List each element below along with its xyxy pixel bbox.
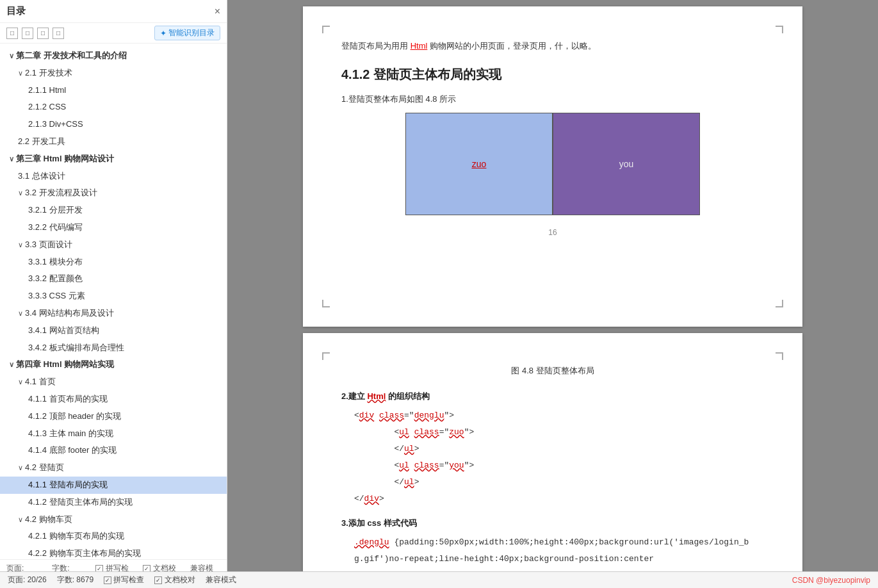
step1-text: 1.登陆页整体布局如图 4.8 所示 (341, 94, 764, 105)
css-block: .denglu {padding:50px0px;width:100%;heig… (354, 534, 764, 568)
code-line-4: <ul class="you"> (354, 457, 764, 474)
sidebar: 目录 × □ □ □ □ ✦ 智能识别目录 ∨第二章 开发技术和工具的介绍 ∨2… (0, 0, 227, 588)
doc-checkbox-icon: ✓ (154, 576, 162, 584)
sidebar-title: 目录 (6, 5, 26, 17)
toc-item-s332[interactable]: 3.3.2 配置颜色 (0, 270, 227, 288)
toc-item-s342[interactable]: 3.4.2 板式编排布局合理性 (0, 339, 227, 357)
step3-title: 3.添加 css 样式代码 (341, 515, 764, 532)
layout-right-label: you (619, 159, 634, 169)
toc-item-s212[interactable]: 2.1.2 CSS (0, 99, 227, 116)
toc-item-ch2[interactable]: ∨第二章 开发技术和工具的介绍 (0, 47, 227, 65)
figure-caption: 图 4.8 登陆页整体布局 (341, 365, 764, 377)
toolbar-up-icon[interactable]: □ (37, 28, 49, 39)
page-2: 图 4.8 登陆页整体布局 2.建立 Html 的组织结构 <div class… (303, 333, 802, 588)
expand-icon-s33: ∨ (18, 240, 23, 251)
html-link: Html (411, 41, 428, 51)
toc-item-s331[interactable]: 3.3.1 模块分布 (0, 254, 227, 271)
layout-left-box: zuo (406, 113, 552, 215)
toc-tree: ∨第二章 开发技术和工具的介绍 ∨2.1 开发技术 2.1.1 Html 2.1… (0, 44, 227, 559)
toc-item-s4c1[interactable]: 4.2.1 购物车页布局的实现 (0, 528, 227, 545)
corner-tl-p2 (322, 352, 330, 360)
status-spell-check[interactable]: ✓ 拼写检查 (104, 575, 144, 585)
toc-item-s34[interactable]: ∨3.4 网站结构布局及设计 (0, 305, 227, 322)
close-icon[interactable]: × (215, 6, 220, 17)
content-section: 2.建立 Html 的组织结构 <div class="denglu"> <ul… (341, 388, 764, 568)
toc-item-s21[interactable]: ∨2.1 开发技术 (0, 65, 227, 82)
status-doc-check[interactable]: ✓ 文档校对 (154, 575, 195, 585)
toc-item-ch4[interactable]: ∨第四章 Html 购物网站实现 (0, 356, 227, 373)
ai-toc-button[interactable]: ✦ 智能识别目录 (154, 26, 220, 40)
layout-diagram: zuo you (405, 113, 700, 215)
layout-left-label: zuo (472, 159, 487, 169)
toc-item-s4c2[interactable]: 4.2.2 购物车页主体布局的实现 (0, 545, 227, 559)
sidebar-toolbar: □ □ □ □ ✦ 智能识别目录 (0, 23, 227, 44)
toc-item-s411[interactable]: 4.1.1 首页布局的实现 (0, 391, 227, 408)
toc-item-s41[interactable]: ∨4.1 首页 (0, 373, 227, 391)
css-line-1: .denglu {padding:50px0px;width:100%;heig… (354, 534, 764, 551)
ai-star-icon: ✦ (160, 29, 167, 38)
toc-item-s421[interactable]: 4.1.1 登陆布局的实现 (0, 477, 227, 494)
status-page-info: 页面: 20/26 (8, 575, 47, 585)
toc-item-s211[interactable]: 2.1.1 Html (0, 82, 227, 99)
toolbar-collapse-icon[interactable]: □ (22, 28, 33, 39)
ai-btn-label: 智能识别目录 (168, 28, 215, 38)
expand-icon-s32: ∨ (18, 188, 23, 199)
page-top-text: 登陆页布局为用用 Html 购物网站的小用页面，登录页用，什，以略。 (341, 38, 764, 53)
code-line-6: </div> (354, 491, 764, 507)
toc-item-s321[interactable]: 3.2.1 分层开发 (0, 202, 227, 219)
toc-item-s33[interactable]: ∨3.3 页面设计 (0, 236, 227, 254)
expand-icon-s42l: ∨ (18, 462, 23, 474)
page-number-1: 16 (341, 228, 764, 237)
main-content: 登陆页布局为用用 Html 购物网站的小用页面，登录页用，什，以略。 4.1.2… (227, 0, 878, 588)
html-underline: Html (367, 391, 386, 401)
spell-checkbox-icon: ✓ (104, 576, 111, 584)
code-line-2: <ul class="zuo"> (354, 424, 764, 441)
expand-icon-ch4: ∨ (9, 359, 14, 371)
sidebar-header: 目录 × (0, 0, 227, 23)
code-block: <div class="denglu"> <ul class="zuo"> </… (354, 407, 764, 507)
toc-item-s322[interactable]: 3.2.2 代码编写 (0, 219, 227, 236)
expand-icon-ch2: ∨ (9, 51, 14, 62)
toc-item-s31[interactable]: 3.1 总体设计 (0, 168, 227, 185)
toolbar-expand-icon[interactable]: □ (6, 28, 18, 39)
corner-tr-p2 (776, 352, 783, 360)
step2-title: 2.建立 Html 的组织结构 (341, 388, 764, 405)
toc-item-s333[interactable]: 3.3.3 CSS 元素 (0, 288, 227, 305)
zuo-label: zuo (472, 159, 487, 169)
code-line-3: </ul> (354, 441, 764, 457)
corner-tr (776, 26, 783, 33)
expand-icon-s34: ∨ (18, 308, 23, 320)
expand-icon-s21: ∨ (18, 68, 23, 79)
page-1: 登陆页布局为用用 Html 购物网站的小用页面，登录页用，什，以略。 4.1.2… (303, 6, 802, 327)
status-right-brand: CSDN @biyezuopinvip (792, 576, 870, 585)
css-line-2: g.gif')no-repeat;line-height:40px;backgr… (354, 551, 764, 568)
expand-icon-ch3: ∨ (9, 154, 14, 165)
toc-item-s42l[interactable]: ∨4.2 登陆页 (0, 459, 227, 477)
toc-item-s213[interactable]: 2.1.3 Div+CSS (0, 116, 227, 133)
toc-item-s341[interactable]: 3.4.1 网站首页结构 (0, 322, 227, 339)
toc-item-s412[interactable]: 4.1.2 顶部 header 的实现 (0, 408, 227, 425)
toc-item-s422[interactable]: 4.1.2 登陆页主体布局的实现 (0, 494, 227, 511)
code-line-1: <div class="denglu"> (354, 407, 764, 424)
section-heading: 4.1.2 登陆页主体布局的实现 (341, 66, 764, 83)
corner-tl (322, 26, 330, 33)
status-compat: 兼容模式 (206, 575, 236, 585)
code-line-5: </ul> (354, 474, 764, 491)
toc-item-s414[interactable]: 4.1.4 底部 footer 的实现 (0, 442, 227, 459)
expand-icon-s42c: ∨ (18, 514, 23, 526)
layout-right-box: you (553, 113, 699, 215)
corner-br (776, 300, 783, 307)
toc-item-s22[interactable]: 2.2 开发工具 (0, 133, 227, 151)
expand-icon-s41: ∨ (18, 377, 23, 388)
status-bar: 页面: 20/26 字数: 8679 ✓ 拼写检查 ✓ 文档校对 兼容模式 CS… (0, 571, 878, 588)
toc-item-ch3[interactable]: ∨第三章 Html 购物网站设计 (0, 151, 227, 168)
toc-item-s42c[interactable]: ∨4.2 购物车页 (0, 511, 227, 528)
toc-item-s32[interactable]: ∨3.2 开发流程及设计 (0, 184, 227, 202)
toolbar-left: □ □ □ □ (6, 28, 64, 39)
corner-bl (322, 300, 330, 307)
toolbar-down-icon[interactable]: □ (53, 28, 64, 39)
status-word-count: 字数: 8679 (57, 575, 93, 585)
toc-item-s413[interactable]: 4.1.3 主体 main 的实现 (0, 425, 227, 443)
